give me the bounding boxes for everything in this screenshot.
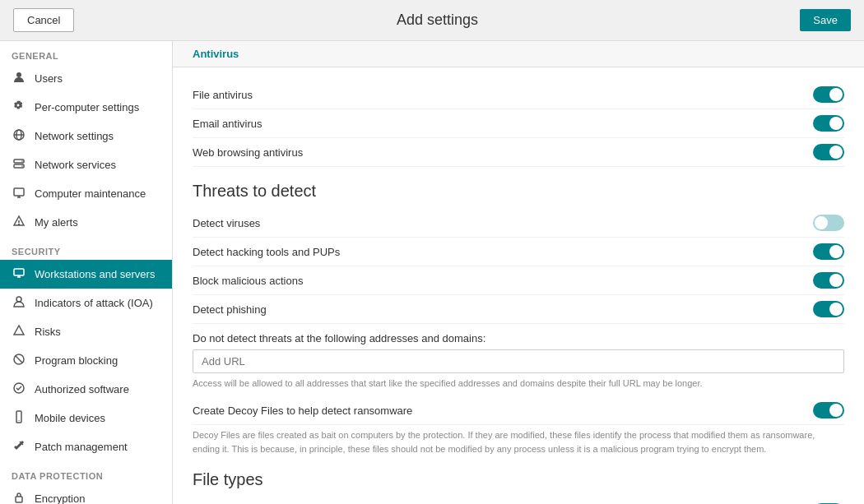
svg-rect-13: [14, 269, 24, 275]
tab-label: Antivirus: [193, 48, 239, 60]
sidebar-label-network-settings: Network settings: [35, 130, 114, 142]
web-antivirus-label: Web browsing antivirus: [193, 146, 303, 159]
sidebar-item-ioa[interactable]: Indicators of attack (IOA): [0, 289, 172, 317]
sidebar-label-encryption: Encryption: [35, 492, 85, 504]
antivirus-settings-group: File antivirus Email antivirus Web brows…: [193, 81, 844, 167]
url-exclusions-section: Do not detect threats at the following a…: [193, 332, 844, 388]
setting-email-antivirus: Email antivirus: [193, 109, 844, 138]
svg-line-18: [16, 356, 22, 363]
sidebar-item-network-settings[interactable]: Network settings: [0, 122, 172, 150]
setting-detect-phishing: Detect phishing: [193, 295, 844, 324]
sidebar-label-program-blocking: Program blocking: [35, 354, 118, 367]
sidebar-item-users[interactable]: Users: [0, 64, 172, 93]
sidebar-item-my-alerts[interactable]: My alerts: [0, 208, 172, 237]
svg-point-16: [16, 297, 21, 302]
alert-icon: [12, 215, 26, 230]
block-malicious-label: Block malicious actions: [193, 275, 303, 287]
detect-viruses-toggle[interactable]: [813, 215, 844, 231]
web-antivirus-toggle[interactable]: [813, 144, 844, 160]
sidebar-label-mobile-devices: Mobile devices: [35, 412, 105, 424]
sidebar-item-workstations[interactable]: Workstations and servers: [0, 260, 172, 289]
sidebar: GENERAL Users Per-computer settings Netw…: [0, 41, 173, 504]
sidebar-item-computer-maintenance[interactable]: Computer maintenance: [0, 179, 172, 208]
section-tab: Antivirus: [173, 41, 864, 67]
sidebar-label-per-computer: Per-computer settings: [35, 101, 139, 113]
encryption-icon: [12, 491, 26, 504]
email-antivirus-toggle[interactable]: [813, 115, 844, 132]
block-icon: [12, 353, 26, 368]
url-input[interactable]: [202, 355, 835, 368]
setting-file-antivirus: File antivirus: [193, 81, 844, 109]
url-input-container[interactable]: [193, 349, 844, 373]
sidebar-label-network-services: Network services: [35, 159, 116, 171]
sidebar-label-my-alerts: My alerts: [35, 216, 78, 229]
sidebar-label-authorized-software: Authorized software: [35, 383, 129, 395]
mobile-icon: [12, 410, 26, 426]
cancel-button[interactable]: Cancel: [13, 8, 74, 32]
url-label: Do not detect threats at the following a…: [193, 332, 844, 344]
svg-rect-22: [16, 497, 22, 502]
sidebar-item-encryption[interactable]: Encryption: [0, 484, 172, 504]
setting-detect-viruses: Detect viruses: [193, 209, 844, 238]
workstation-icon: [12, 266, 26, 282]
globe-icon: [12, 128, 26, 144]
decoy-section: Create Decoy Files to help detect ransom…: [193, 396, 844, 455]
detect-phishing-label: Detect phishing: [193, 303, 267, 316]
block-malicious-toggle[interactable]: [813, 272, 844, 289]
file-types-heading: File types: [193, 470, 844, 489]
decoy-toggle[interactable]: [813, 402, 844, 418]
setting-detect-hacking: Detect hacking tools and PUPs: [193, 238, 844, 266]
sidebar-item-program-blocking[interactable]: Program blocking: [0, 346, 172, 375]
svg-rect-20: [16, 411, 21, 423]
email-antivirus-label: Email antivirus: [193, 118, 262, 130]
ioa-icon: [12, 295, 26, 311]
sidebar-item-mobile-devices[interactable]: Mobile devices: [0, 404, 172, 432]
sidebar-section-data-protection: DATA PROTECTION: [0, 461, 172, 484]
detect-hacking-toggle[interactable]: [813, 243, 844, 260]
sidebar-section-security: SECURITY: [0, 237, 172, 260]
detect-viruses-label: Detect viruses: [193, 217, 260, 229]
svg-rect-8: [14, 188, 24, 196]
svg-point-12: [19, 224, 20, 225]
detect-hacking-label: Detect hacking tools and PUPs: [193, 246, 340, 258]
setting-scan-compressed-emails: Scan compressed files in emails: [193, 497, 844, 504]
sidebar-item-per-computer[interactable]: Per-computer settings: [0, 93, 172, 122]
main-layout: GENERAL Users Per-computer settings Netw…: [0, 41, 864, 504]
threats-settings-group: Detect viruses Detect hacking tools and …: [193, 209, 844, 324]
sidebar-section-general: GENERAL: [0, 41, 172, 64]
sidebar-item-risks[interactable]: Risks: [0, 317, 172, 346]
content-inner: File antivirus Email antivirus Web brows…: [173, 67, 864, 504]
sidebar-label-users: Users: [35, 72, 63, 85]
svg-point-7: [21, 165, 23, 167]
file-antivirus-label: File antivirus: [193, 89, 253, 101]
sidebar-label-ioa: Indicators of attack (IOA): [35, 297, 153, 309]
authorized-icon: [12, 381, 26, 397]
maintenance-icon: [12, 186, 26, 201]
sidebar-label-risks: Risks: [35, 326, 61, 338]
sidebar-item-authorized-software[interactable]: Authorized software: [0, 375, 172, 404]
setting-web-antivirus: Web browsing antivirus: [193, 138, 844, 167]
top-bar: Cancel Add settings Save: [0, 0, 864, 41]
sidebar-item-patch-management[interactable]: Patch management: [0, 432, 172, 461]
url-hint: Access will be allowed to all addresses …: [193, 378, 844, 388]
setting-block-malicious: Block malicious actions: [193, 266, 844, 295]
gear-icon: [12, 99, 26, 115]
setting-decoy-files: Create Decoy Files to help detect ransom…: [193, 396, 844, 425]
risks-icon: [12, 324, 26, 340]
sidebar-label-patch-management: Patch management: [35, 441, 128, 453]
sidebar-label-computer-maintenance: Computer maintenance: [35, 187, 146, 200]
patch-icon: [12, 439, 26, 455]
server-icon: [12, 157, 26, 173]
threats-heading: Threats to detect: [193, 182, 844, 201]
detect-phishing-toggle[interactable]: [813, 301, 844, 317]
file-antivirus-toggle[interactable]: [813, 86, 844, 103]
svg-point-6: [21, 160, 23, 162]
file-types-settings-group: Scan compressed files in emails Scan com…: [193, 497, 844, 504]
sidebar-label-workstations: Workstations and servers: [35, 268, 155, 280]
page-title: Add settings: [74, 12, 800, 29]
sidebar-item-network-services[interactable]: Network services: [0, 150, 172, 179]
decoy-label: Create Decoy Files to help detect ransom…: [193, 405, 412, 417]
user-icon: [12, 71, 26, 86]
main-content: Antivirus File antivirus Email antivirus: [173, 41, 864, 504]
save-button[interactable]: Save: [800, 9, 851, 31]
